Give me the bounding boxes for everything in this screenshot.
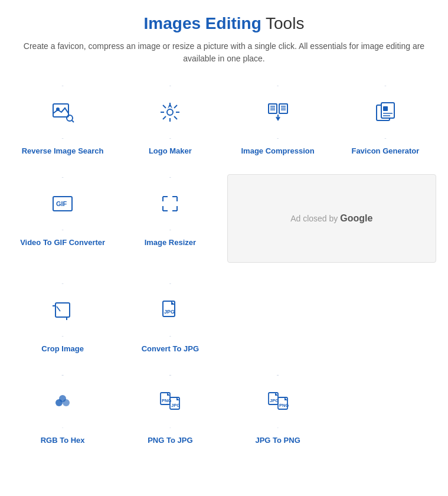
tool-label: Reverse Image Search [22, 146, 104, 156]
tool-icon-hex: GIF [36, 177, 89, 230]
tools-row-1: Reverse Image Search [12, 83, 436, 156]
tool-crop-image[interactable]: Crop Image [12, 280, 113, 354]
title-highlight: Images Editing [144, 14, 261, 32]
svg-rect-13 [269, 104, 277, 113]
tools-row-3: Crop Image JPG Convert To JPG [12, 280, 436, 354]
svg-point-2 [67, 115, 73, 121]
svg-line-3 [72, 120, 74, 122]
svg-point-44 [59, 395, 66, 402]
gif-icon: GIF [51, 192, 74, 216]
tool-rgb-to-hex[interactable]: RGB To Hex [12, 372, 113, 446]
tool-label: RGB To Hex [41, 436, 85, 446]
tools-row-4: RGB To Hex PNG JPG PNG To JPG [12, 372, 436, 446]
tool-jpg-to-png[interactable]: JPG PNG JPG To PNG [227, 372, 329, 446]
svg-line-11 [174, 105, 177, 108]
tools-row-2: GIF Video To GIF Converter [12, 174, 436, 263]
svg-rect-14 [279, 104, 287, 113]
tool-label: Crop Image [41, 344, 84, 354]
tool-image-resizer[interactable]: Image Resizer [119, 174, 221, 248]
svg-line-12 [163, 116, 166, 119]
tool-label: Convert To JPG [142, 344, 199, 354]
tool-label: JPG To PNG [255, 436, 300, 446]
tool-reverse-image-search[interactable]: Reverse Image Search [12, 83, 113, 156]
tool-icon-hex [251, 86, 305, 139]
ad-placeholder: Ad closed by Google [227, 174, 437, 263]
tool-label: Favicon Generator [351, 146, 419, 156]
tool-convert-to-jpg[interactable]: JPG Convert To JPG [119, 280, 221, 354]
tool-label: Image Compression [241, 146, 314, 156]
page-title: Images Editing Tools [12, 14, 436, 33]
svg-text:PNG: PNG [279, 403, 289, 408]
tool-icon-hex: JPG PNG [251, 375, 305, 428]
tool-label: Image Resizer [145, 238, 196, 248]
svg-line-10 [174, 116, 177, 119]
svg-text:JPG: JPG [270, 398, 279, 403]
svg-rect-37 [55, 303, 70, 317]
rgb-icon [51, 390, 74, 413]
jpg-convert-icon: JPG [158, 298, 182, 322]
svg-line-9 [163, 105, 166, 108]
tool-icon-hex [36, 375, 89, 428]
svg-point-4 [167, 109, 173, 115]
tool-label: PNG To JPG [148, 436, 192, 446]
tool-png-to-jpg[interactable]: PNG JPG PNG To JPG [119, 372, 221, 446]
crop-icon [51, 298, 74, 322]
svg-text:JPG: JPG [164, 309, 175, 315]
image-search-icon [51, 100, 74, 124]
tool-icon-hex: PNG JPG [143, 375, 197, 428]
tool-logo-maker[interactable]: Logo Maker [119, 83, 221, 156]
tool-icon-hex [143, 177, 197, 230]
tool-favicon-generator[interactable]: Favicon Generator [335, 83, 436, 156]
resize-icon [158, 192, 182, 216]
svg-rect-24 [383, 106, 388, 111]
tool-icon-hex: JPG [143, 283, 197, 337]
logo-maker-icon [158, 100, 182, 124]
page-subtitle: Create a favicon, compress an image or r… [24, 40, 425, 65]
tool-video-to-gif[interactable]: GIF Video To GIF Converter [12, 174, 113, 248]
tool-icon-hex [36, 86, 89, 139]
tool-image-compression[interactable]: Image Compression [227, 83, 329, 156]
tool-icon-hex [36, 283, 89, 337]
jpg-png-icon: JPG PNG [266, 390, 290, 413]
svg-text:GIF: GIF [56, 200, 67, 207]
favicon-generator-icon [374, 100, 397, 124]
image-compression-icon [266, 100, 290, 124]
tool-icon-hex [359, 86, 412, 139]
svg-text:JPG: JPG [171, 403, 180, 408]
tool-label: Logo Maker [149, 146, 192, 156]
png-jpg-icon: PNG JPG [158, 390, 182, 413]
tool-label: Video To GIF Converter [20, 238, 105, 248]
tool-icon-hex [143, 86, 197, 139]
